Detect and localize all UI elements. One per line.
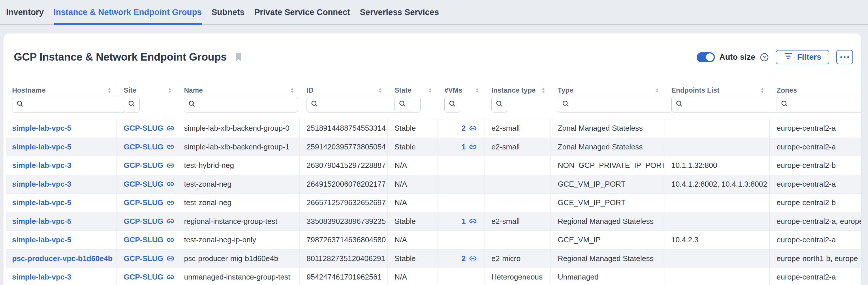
hostname-link[interactable]: simple-lab-vpc-5: [12, 235, 71, 244]
hostname-link[interactable]: simple-lab-vpc-3: [12, 161, 71, 170]
tab-instance-network-endpoint-groups[interactable]: Instance & Network Endpoint Groups: [54, 0, 202, 24]
sort-icon[interactable]: [167, 87, 172, 93]
cell-vms: [437, 194, 485, 212]
search-icon: [188, 100, 196, 109]
search-input-zones[interactable]: [789, 100, 861, 109]
hostname-link[interactable]: simple-lab-vpc-5: [12, 142, 71, 152]
cell-state: N/A: [388, 194, 437, 212]
table-row: simple-lab-vpc-5 GCP-SLUG simple-lab-xlb…: [6, 119, 861, 138]
search-input-name[interactable]: [196, 100, 298, 109]
cell-instance_type: [485, 194, 551, 212]
search-zones[interactable]: [777, 97, 861, 113]
cell-id: 2630790415297228887: [300, 156, 388, 175]
card-header: GCP Instance & Network Endpoint Groups A…: [3, 33, 861, 81]
search-input-type[interactable]: [570, 100, 672, 109]
site-link[interactable]: GCP-SLUG: [124, 235, 175, 244]
title-row: GCP Instance & Network Endpoint Groups: [14, 51, 243, 63]
site-link[interactable]: GCP-SLUG: [124, 180, 175, 189]
cell-id: 7987263714636804580: [300, 231, 388, 249]
sort-icon[interactable]: [655, 87, 659, 93]
search-vms[interactable]: [444, 97, 460, 113]
search-type[interactable]: [558, 97, 672, 113]
hostname-link[interactable]: simple-lab-vpc-5: [12, 198, 71, 207]
sort-icon[interactable]: [428, 87, 432, 93]
vms-link[interactable]: 1: [462, 142, 477, 152]
cell-site: GCP-SLUG: [117, 268, 177, 285]
site-link[interactable]: GCP-SLUG: [124, 161, 175, 170]
hostname-link[interactable]: simple-lab-vpc-5: [12, 217, 71, 226]
site-link[interactable]: GCP-SLUG: [124, 217, 175, 226]
search-name[interactable]: [184, 97, 298, 113]
column-header-id: ID: [300, 84, 388, 96]
cell-endpoints: [664, 119, 770, 137]
cell-endpoints: [664, 194, 770, 212]
cell-state: N/A: [388, 156, 437, 175]
link-icon: [166, 236, 175, 244]
cell-state: N/A: [388, 231, 437, 249]
sort-icon[interactable]: [107, 87, 112, 93]
table-row: simple-lab-vpc-5 GCP-SLUG regional-insta…: [6, 212, 861, 231]
search-input-hostname[interactable]: [24, 100, 126, 109]
cell-site: GCP-SLUG: [117, 250, 177, 268]
cell-name: simple-lab-xlb-backend-group-1: [177, 138, 300, 156]
filter-icon: [784, 52, 793, 62]
link-icon: [166, 180, 175, 188]
page: InventoryInstance & Network Endpoint Gro…: [0, 0, 868, 285]
column-label: Zones: [777, 86, 797, 94]
cell-hostname: simple-lab-vpc-3: [6, 156, 117, 175]
more-options-button[interactable]: [836, 50, 853, 64]
column-header-state: State: [388, 84, 437, 96]
column-label: Hostname: [12, 86, 45, 94]
vms-link[interactable]: 1: [462, 217, 477, 226]
search-site[interactable]: [124, 97, 140, 113]
sort-icon[interactable]: [541, 87, 546, 93]
cell-type: GCE_VM_IP_PORT: [551, 175, 664, 194]
column-label: Site: [124, 86, 136, 94]
vms-link[interactable]: 2: [462, 254, 477, 263]
sort-icon[interactable]: [475, 87, 479, 93]
link-icon: [166, 273, 175, 282]
table-body: simple-lab-vpc-5 GCP-SLUG simple-lab-xlb…: [6, 119, 861, 285]
bookmark-icon[interactable]: [235, 52, 243, 62]
help-icon[interactable]: ?: [760, 53, 769, 62]
svg-text:?: ?: [763, 55, 766, 60]
site-link[interactable]: GCP-SLUG: [124, 198, 175, 207]
site-link[interactable]: GCP-SLUG: [124, 142, 175, 152]
search-icon: [675, 100, 683, 109]
tab-label: Subnets: [212, 7, 245, 17]
hostname-link[interactable]: psc-producer-vpc-b1d60e4b: [12, 254, 113, 263]
hostname-link[interactable]: simple-lab-vpc-3: [12, 180, 71, 189]
link-icon: [166, 254, 175, 263]
cell-hostname: simple-lab-vpc-5: [6, 212, 117, 231]
search-instance_type[interactable]: [491, 97, 507, 113]
cell-type: Unmanaged: [551, 268, 664, 285]
cell-name: simple-lab-xlb-backend-group-0: [177, 119, 300, 137]
link-icon: [469, 124, 477, 133]
auto-size-toggle[interactable]: [697, 52, 715, 62]
sort-icon[interactable]: [290, 87, 294, 93]
tab-label: Serverless Services: [360, 7, 439, 17]
tab-inventory[interactable]: Inventory: [6, 0, 44, 24]
search-state[interactable]: [395, 97, 410, 113]
search-hostname[interactable]: [12, 97, 126, 113]
cell-vms: 1: [437, 138, 485, 156]
column-header-name: Name: [177, 84, 300, 96]
sort-icon[interactable]: [760, 87, 765, 93]
cell-state: Stable: [388, 119, 437, 137]
hostname-link[interactable]: simple-lab-vpc-5: [12, 124, 71, 133]
filters-button[interactable]: Filters: [776, 50, 829, 64]
search-icon: [399, 100, 407, 109]
vms-link[interactable]: 2: [462, 124, 477, 133]
tab-private-service-connect[interactable]: Private Service Connect: [254, 0, 350, 24]
site-link[interactable]: GCP-SLUG: [124, 124, 175, 133]
search-endpoints[interactable]: [671, 97, 785, 113]
cell-vms: [437, 268, 485, 285]
tab-subnets[interactable]: Subnets: [212, 0, 245, 24]
sort-icon[interactable]: [378, 87, 382, 93]
site-link[interactable]: GCP-SLUG: [124, 273, 175, 282]
site-link[interactable]: GCP-SLUG: [124, 254, 175, 263]
cell-hostname: psc-producer-vpc-b1d60e4b: [6, 250, 117, 268]
tab-serverless-services[interactable]: Serverless Services: [360, 0, 439, 24]
cell-id: 2518914488754553314: [300, 119, 388, 137]
hostname-link[interactable]: simple-lab-vpc-3: [12, 273, 71, 282]
